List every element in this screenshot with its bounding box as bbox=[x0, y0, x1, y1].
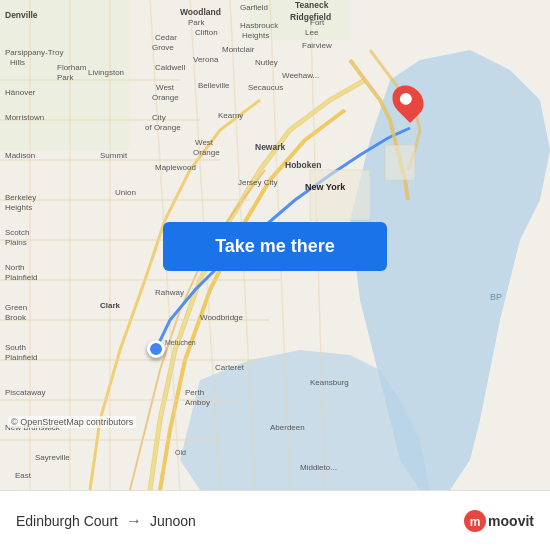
origin-pin bbox=[147, 340, 165, 358]
svg-text:Cedar: Cedar bbox=[155, 33, 177, 42]
destination-label: Junoon bbox=[150, 513, 196, 529]
arrow-icon: → bbox=[126, 512, 142, 530]
svg-text:Newark: Newark bbox=[255, 142, 286, 152]
svg-text:Berkeley: Berkeley bbox=[5, 193, 36, 202]
svg-text:Denville: Denville bbox=[5, 10, 38, 20]
svg-text:South: South bbox=[5, 343, 26, 352]
take-me-there-button[interactable]: Take me there bbox=[163, 222, 387, 271]
svg-text:Hasbrouck: Hasbrouck bbox=[240, 21, 279, 30]
svg-text:North: North bbox=[5, 263, 25, 272]
svg-text:Old: Old bbox=[175, 449, 186, 456]
svg-text:Hoboken: Hoboken bbox=[285, 160, 321, 170]
svg-text:Ridgefield: Ridgefield bbox=[290, 12, 331, 22]
svg-text:Lee: Lee bbox=[305, 28, 319, 37]
map-container: BP Denville Parsippany-Troy Hills Hänove… bbox=[0, 0, 550, 490]
svg-text:m: m bbox=[470, 514, 481, 528]
svg-text:Brook: Brook bbox=[5, 313, 27, 322]
svg-text:Park: Park bbox=[188, 18, 205, 27]
svg-text:BP: BP bbox=[490, 292, 502, 302]
svg-text:Plains: Plains bbox=[5, 238, 27, 247]
map-attribution: © OpenStreetMap contributors bbox=[8, 416, 136, 428]
moovit-text: moovit bbox=[488, 513, 534, 529]
svg-text:Clark: Clark bbox=[100, 301, 121, 310]
svg-text:Orange: Orange bbox=[152, 93, 179, 102]
svg-text:Weehaw...: Weehaw... bbox=[282, 71, 319, 80]
svg-text:Florham: Florham bbox=[57, 63, 87, 72]
svg-text:Verona: Verona bbox=[193, 55, 219, 64]
svg-text:New York: New York bbox=[305, 182, 346, 192]
svg-text:Metuchen: Metuchen bbox=[165, 339, 196, 346]
svg-text:Carteret: Carteret bbox=[215, 363, 245, 372]
svg-text:Teaneck: Teaneck bbox=[295, 0, 329, 10]
svg-text:Keansburg: Keansburg bbox=[310, 378, 349, 387]
svg-text:Garfield: Garfield bbox=[240, 3, 268, 12]
svg-text:Livingston: Livingston bbox=[88, 68, 124, 77]
svg-text:Secaucus: Secaucus bbox=[248, 83, 283, 92]
svg-text:Scotch: Scotch bbox=[5, 228, 29, 237]
svg-text:Piscataway: Piscataway bbox=[5, 388, 45, 397]
svg-text:Rahway: Rahway bbox=[155, 288, 184, 297]
svg-text:Perth: Perth bbox=[185, 388, 204, 397]
svg-text:Middleto...: Middleto... bbox=[300, 463, 337, 472]
origin-label: Edinburgh Court bbox=[16, 513, 118, 529]
svg-text:Parsippany-Troy: Parsippany-Troy bbox=[5, 48, 63, 57]
svg-text:Plainfield: Plainfield bbox=[5, 353, 37, 362]
svg-text:Clifton: Clifton bbox=[195, 28, 218, 37]
svg-rect-21 bbox=[310, 170, 370, 220]
bottom-bar: Edinburgh Court → Junoon m moovit bbox=[0, 490, 550, 550]
svg-text:Nutley: Nutley bbox=[255, 58, 278, 67]
svg-text:Park: Park bbox=[57, 73, 74, 82]
svg-text:Jersey City: Jersey City bbox=[238, 178, 278, 187]
svg-text:Union: Union bbox=[115, 188, 136, 197]
svg-text:Morristown: Morristown bbox=[5, 113, 44, 122]
svg-text:Green: Green bbox=[5, 303, 27, 312]
svg-text:Sayreville: Sayreville bbox=[35, 453, 70, 462]
svg-text:East: East bbox=[15, 471, 32, 480]
svg-text:Caldwell: Caldwell bbox=[155, 63, 185, 72]
svg-text:Belleville: Belleville bbox=[198, 81, 230, 90]
svg-text:of Orange: of Orange bbox=[145, 123, 181, 132]
svg-text:Grove: Grove bbox=[152, 43, 174, 52]
svg-text:Hills: Hills bbox=[10, 58, 25, 67]
svg-text:Plainfield: Plainfield bbox=[5, 273, 37, 282]
svg-text:West: West bbox=[195, 138, 214, 147]
svg-text:Aberdeen: Aberdeen bbox=[270, 423, 305, 432]
svg-text:Maplewood: Maplewood bbox=[155, 163, 196, 172]
svg-text:Madison: Madison bbox=[5, 151, 35, 160]
svg-text:Fairview: Fairview bbox=[302, 41, 332, 50]
svg-text:Heights: Heights bbox=[242, 31, 269, 40]
svg-text:Heights: Heights bbox=[5, 203, 32, 212]
moovit-logo: m moovit bbox=[464, 510, 534, 532]
svg-text:Orange: Orange bbox=[193, 148, 220, 157]
svg-text:City: City bbox=[152, 113, 166, 122]
svg-rect-22 bbox=[385, 145, 415, 180]
svg-text:West: West bbox=[156, 83, 175, 92]
svg-text:Montclair: Montclair bbox=[222, 45, 255, 54]
svg-text:Kearny: Kearny bbox=[218, 111, 243, 120]
svg-text:Hänover: Hänover bbox=[5, 88, 36, 97]
svg-text:Woodbridge: Woodbridge bbox=[200, 313, 244, 322]
svg-text:Woodland: Woodland bbox=[180, 7, 221, 17]
svg-text:Summit: Summit bbox=[100, 151, 128, 160]
svg-text:Amboy: Amboy bbox=[185, 398, 210, 407]
